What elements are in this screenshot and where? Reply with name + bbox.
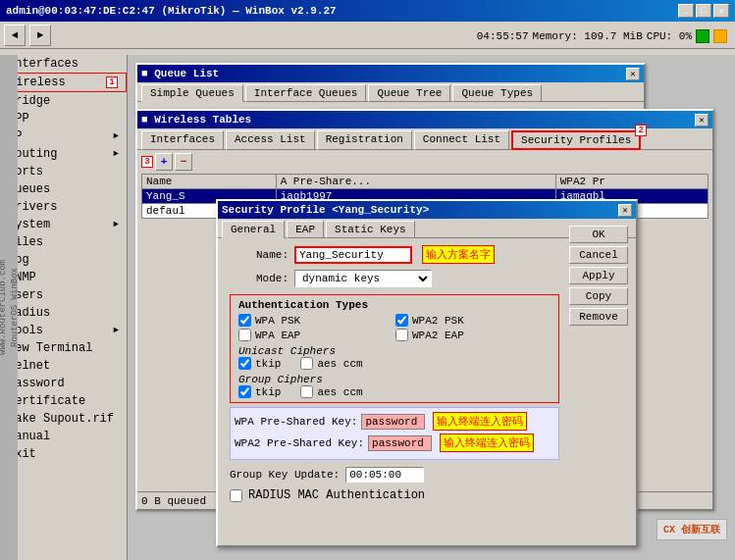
title-bar-buttons: _ □ ✕ [678,4,729,18]
sidebar-item-interfaces[interactable]: Interfaces [0,55,127,73]
sidebar-item-exit[interactable]: Exit [0,445,127,463]
auth-title: Authentication Types [238,299,551,311]
tab-access-list[interactable]: Access List [226,130,315,150]
wpa2-key-input[interactable] [368,435,432,451]
wpa2-eap-row: WPA2 EAP [395,329,551,341]
group-key-input[interactable] [345,467,424,483]
wpa2-key-label: WPA2 Pre-Shared Key: [235,437,364,449]
group-tkip-label: tkip [255,386,281,398]
window-title: admin@00:03:47:DE:C2:47 (MikroTik) — Win… [6,5,337,17]
tab-general[interactable]: General [222,221,285,238]
sidebar-item-routing[interactable]: Routing ► [0,145,127,163]
queue-list-close[interactable]: ✕ [626,68,640,80]
dialog-title: Security Profile <Yang_Security> [222,204,429,216]
watermark-line1: RouterOS WinBox [10,268,20,347]
wpa2-psk-label: WPA2 PSK [412,315,464,327]
sidebar-item-system[interactable]: System ► [0,216,127,233]
copy-button[interactable]: Copy [569,287,628,305]
tab-interface-queues[interactable]: Interface Queues [245,84,367,102]
cancel-button[interactable]: Cancel [569,246,628,264]
wireless-tables-window: ■ Wireless Tables ✕ Interfaces Access Li… [135,109,714,511]
tab-security-profiles[interactable]: Security Profiles 2 [511,130,641,150]
forward-button[interactable]: ► [29,25,51,46]
wpa2-psk-row: WPA2 PSK [395,314,551,327]
sidebar-item-make-supout[interactable]: Make Supout.rif [0,410,127,428]
ok-button[interactable]: OK [569,226,628,243]
tab-queue-tree[interactable]: Queue Tree [368,84,450,102]
sidebar-item-certificate[interactable]: Certificate [0,392,127,410]
wpa-key-annotation: 输入终端连入密码 [433,412,527,431]
wpa-key-input[interactable] [361,414,425,430]
unicast-title: Unicast Ciphers [238,345,551,357]
tab-static-keys[interactable]: Static Keys [326,221,415,238]
tab-connect-list[interactable]: Connect List [414,130,509,150]
tab-annotation: 2 [635,125,647,136]
sidebar-item-log[interactable]: Log [0,251,127,269]
watermark-line2: www.RouterClub.com [0,260,8,355]
sidebar-item-drivers[interactable]: Drivers [0,198,127,216]
wpa-psk-checkbox[interactable] [238,314,251,327]
security-profile-dialog: Security Profile <Yang_Security> ✕ Gener… [216,199,638,547]
back-button[interactable]: ◄ [4,25,26,46]
col-name: Name [142,175,277,189]
tab-simple-queues[interactable]: Simple Queues [141,84,243,102]
security-profiles-label: Security Profiles [521,134,631,146]
unicast-checkboxes: tkip aes ccm [238,357,551,370]
tab-interfaces[interactable]: Interfaces [141,130,224,150]
wpa2-key-annotation: 输入终端连入密码 [440,433,534,452]
title-bar: admin@00:03:47:DE:C2:47 (MikroTik) — Win… [0,0,735,22]
maximize-button[interactable]: □ [696,4,711,18]
apply-button[interactable]: Apply [569,267,628,284]
radius-mac-checkbox[interactable] [230,489,242,502]
tab-registration[interactable]: Registration [317,130,412,150]
remove-profile-button[interactable]: − [175,153,192,171]
unicast-section: Unicast Ciphers tkip aes ccm [238,345,551,370]
name-input[interactable] [294,246,412,264]
wpa2-eap-label: WPA2 EAP [412,330,464,341]
logo-badge: CX 创新互联 [656,519,727,540]
wpa-eap-label: WPA EAP [255,330,300,341]
wireless-tab-bar: Interfaces Access List Registration Conn… [137,128,712,150]
unicast-aes-checkbox[interactable] [300,357,313,370]
time-display: 04:55:57 [477,30,529,42]
sidebar-item-queues[interactable]: Queues [0,180,127,198]
wpa2-eap-checkbox[interactable] [395,329,408,341]
sidebar-item-ppp[interactable]: PPP [0,110,127,127]
wpa-eap-checkbox[interactable] [238,329,251,341]
mode-select[interactable]: dynamic keys none static keys required s… [294,270,432,287]
tab-queue-types[interactable]: Queue Types [452,84,542,102]
wireless-title: ■ Wireless Tables [141,114,251,126]
sidebar-item-manual[interactable]: Manual [0,428,127,445]
group-aes-label: aes ccm [317,386,362,398]
name-row: Name: 输入方案名字 [222,242,567,267]
add-profile-button[interactable]: + [155,153,173,171]
group-aes-checkbox[interactable] [300,385,313,398]
sidebar-item-telnet[interactable]: Telnet [0,357,127,375]
unicast-tkip-checkbox[interactable] [238,357,251,370]
sidebar-item-wireless[interactable]: Wireless 1 [0,73,127,92]
minimize-button[interactable]: _ [678,4,694,18]
close-button[interactable]: ✕ [713,4,729,18]
wpa-psk-label: WPA PSK [255,315,300,327]
remove-button[interactable]: Remove [569,308,628,326]
wpa2-psk-checkbox[interactable] [395,314,408,327]
queue-list-title: ■ Queue List [141,68,219,79]
sidebar-item-ip[interactable]: IP ► [0,127,127,145]
unicast-tkip-label: tkip [255,358,281,370]
sidebar-item-password[interactable]: Password [0,375,127,392]
sidebar-item-ports[interactable]: Ports [0,163,127,180]
tab-eap[interactable]: EAP [287,221,324,238]
cpu-display: CPU: 0% [647,30,692,42]
wpa-keys-section: WPA Pre-Shared Key: 输入终端连入密码 WPA2 Pre-Sh… [230,407,559,460]
sidebar-item-bridge[interactable]: Bridge [0,92,127,110]
group-tkip-row: tkip [238,385,281,398]
col-wpa2: WPA2 Pr [555,175,708,189]
sidebar-item-files[interactable]: Files [0,233,127,251]
main-area: ■ Queue List ✕ Simple Queues Interface Q… [128,55,735,560]
wireless-titlebar: ■ Wireless Tables ✕ [137,111,712,128]
cpu-indicator [696,29,709,43]
mode-label: Mode: [230,273,289,284]
dialog-close[interactable]: ✕ [618,204,632,217]
group-tkip-checkbox[interactable] [238,385,251,398]
wireless-close[interactable]: ✕ [695,114,709,127]
